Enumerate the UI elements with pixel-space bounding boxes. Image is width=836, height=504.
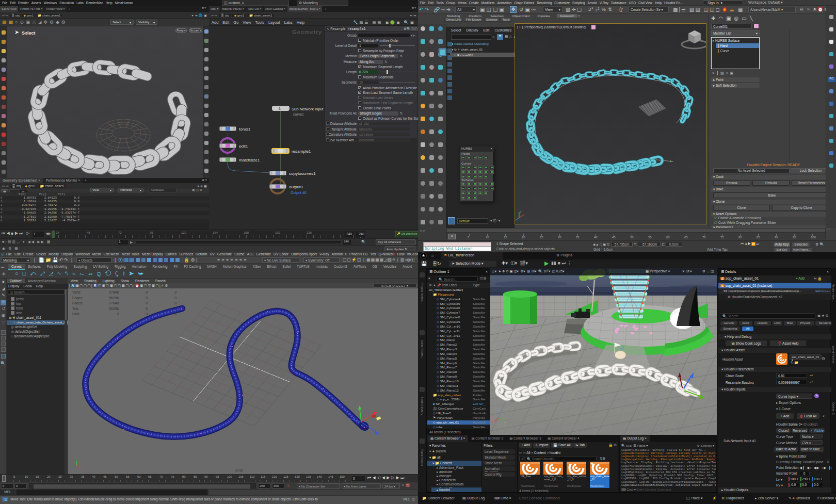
svg-text:1: 1 bbox=[279, 106, 281, 111]
svg-text:y: y bbox=[520, 210, 522, 213]
svg-text:Z: Z bbox=[498, 408, 500, 411]
svg-text:curve1: curve1 bbox=[293, 112, 304, 116]
svg-text:Sub Network Input #1: Sub Network Input #1 bbox=[292, 107, 329, 111]
svg-text:output0: output0 bbox=[289, 185, 303, 189]
svg-text:Output #0: Output #0 bbox=[291, 191, 307, 195]
svg-text:resample1: resample1 bbox=[292, 149, 311, 154]
svg-text:torus1: torus1 bbox=[239, 127, 251, 132]
svg-text:copytocurves1: copytocurves1 bbox=[289, 171, 316, 176]
svg-text:matchsize1: matchsize1 bbox=[239, 158, 260, 162]
svg-text:edit1: edit1 bbox=[239, 144, 248, 149]
